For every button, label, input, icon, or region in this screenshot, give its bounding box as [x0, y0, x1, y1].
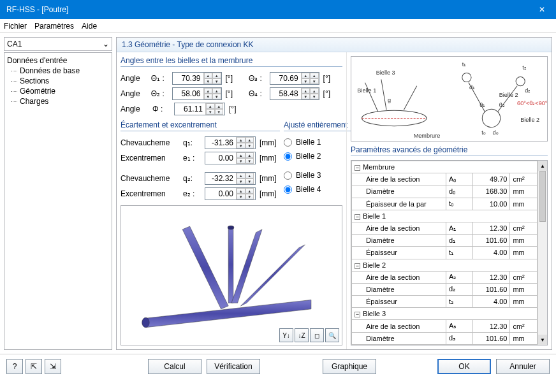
advparams-table-wrap: −MembrureAire de la sectionA₀49.70cm²Dia…: [351, 160, 548, 345]
input-theta3-field[interactable]: [270, 74, 301, 83]
table-row: Diamètred₀168.30mm: [352, 185, 538, 198]
tree-item-base[interactable]: Données de base: [6, 66, 110, 76]
scroll-up-icon[interactable]: ▲: [538, 161, 547, 171]
ok-button[interactable]: OK: [437, 359, 491, 374]
group-gap: Écartement et excentrement Chevaucheme q…: [121, 120, 280, 201]
sym-theta3: Θ₃ :: [249, 74, 266, 83]
advparams-title: Paramètres avancés de géométrie: [351, 145, 548, 156]
calc-button[interactable]: Calcul: [148, 359, 201, 374]
svg-line-5: [404, 86, 416, 110]
svg-text:θ₁: θ₁: [479, 102, 485, 108]
unit-mm: [mm]: [260, 138, 280, 147]
case-combo[interactable]: CA1 ⌄: [4, 37, 112, 51]
viz-btn-zoom[interactable]: 🔍: [325, 328, 339, 342]
scroll-thumb[interactable]: [539, 171, 546, 222]
input-q2-field[interactable]: [205, 174, 236, 183]
table-row: Diamètred₁101.60mm: [352, 235, 538, 247]
nav-tree: Données d'entrée Données de base Section…: [4, 52, 112, 350]
table-row: Aire de la sectionA₀49.70cm²: [352, 173, 538, 185]
menu-file[interactable]: Fichier: [4, 22, 27, 31]
input-theta1-field[interactable]: [173, 74, 203, 83]
svg-text:d₁: d₁: [469, 84, 475, 91]
radio-bielle4[interactable]: [284, 185, 292, 194]
input-e1-field[interactable]: [205, 154, 236, 163]
input-q1[interactable]: ▲▼▲▼: [205, 136, 256, 149]
radio-bielle3[interactable]: [284, 171, 292, 180]
radio-bielle2-label: Bielle 2: [296, 152, 321, 161]
input-theta3[interactable]: ▲▼▲▼: [270, 72, 319, 85]
svg-text:Membrure: Membrure: [414, 133, 441, 139]
input-e2-field[interactable]: [205, 189, 236, 198]
prev-button[interactable]: ⇱: [26, 359, 42, 374]
scrollbar[interactable]: ▲ ▼: [538, 161, 547, 345]
scroll-down-icon[interactable]: ▼: [538, 335, 547, 345]
input-theta4[interactable]: ▲▼▲▼: [270, 87, 319, 100]
viz-btn-z[interactable]: ↓Z: [295, 328, 309, 342]
close-button[interactable]: ✕: [527, 0, 556, 19]
next-button[interactable]: ⇲: [45, 359, 61, 374]
sym-theta2: Θ₂ :: [151, 89, 168, 98]
label-angle: Angle: [121, 74, 147, 83]
viz-btn-y[interactable]: Y↓: [279, 328, 293, 342]
sym-phi: Φ :: [152, 105, 170, 113]
table-row: Épaisseur de la part₀10.00mm: [352, 198, 538, 210]
svg-text:t₀: t₀: [481, 129, 486, 136]
input-theta2-field[interactable]: [173, 89, 203, 98]
graph-button[interactable]: Graphique: [323, 359, 376, 374]
svg-text:θ₂: θ₂: [499, 102, 505, 108]
label-e2: Excentremen: [121, 189, 179, 198]
sym-q1: q₁:: [183, 138, 201, 147]
input-phi-field[interactable]: [175, 105, 205, 113]
radio-bielle1[interactable]: [284, 138, 292, 147]
group-angles: Angles entre les bielles et la membrure …: [121, 56, 342, 117]
svg-point-1: [228, 226, 234, 229]
menu-params[interactable]: Paramètres: [34, 22, 74, 31]
unit-deg: [°]: [226, 74, 245, 83]
table-row: Aire de la sectionA₁12.30cm²: [352, 222, 538, 234]
input-e2[interactable]: ▲▼▲▼: [205, 187, 256, 200]
input-theta4-field[interactable]: [270, 89, 301, 98]
combo-value: CA1: [7, 40, 22, 48]
svg-text:t₁: t₁: [462, 61, 467, 68]
verif-button[interactable]: Vérification: [207, 359, 260, 374]
svg-text:Bielle 2: Bielle 2: [499, 92, 518, 98]
table-row: −Bielle 2: [352, 259, 538, 271]
viz-3d[interactable]: Y↓ ↓Z ◻ 🔍: [121, 205, 342, 345]
tree-item-loads[interactable]: Charges: [6, 96, 110, 106]
radio-bielle1-label: Bielle 1: [296, 138, 321, 147]
radio-bielle4-label: Bielle 4: [296, 185, 321, 194]
tree-item-sections[interactable]: Sections: [6, 76, 110, 86]
input-theta2[interactable]: ▲▼▲▼: [172, 87, 222, 100]
label-angle: Angle: [121, 105, 149, 113]
table-row: −Bielle 3: [352, 308, 538, 320]
table-row: Diamètred₃101.60mm: [352, 332, 538, 344]
cancel-button[interactable]: Annuler: [496, 359, 550, 374]
svg-text:d₂: d₂: [525, 87, 530, 94]
input-e1[interactable]: ▲▼▲▼: [205, 152, 256, 164]
viz-svg: [121, 206, 342, 345]
menu-help[interactable]: Aide: [82, 22, 97, 31]
close-icon: ✕: [539, 5, 545, 14]
svg-text:Bielle 3: Bielle 3: [376, 69, 395, 76]
titlebar: RF-HSS - [Poutre] ✕: [0, 0, 556, 19]
svg-text:Bielle 1: Bielle 1: [357, 87, 376, 94]
input-q1-field[interactable]: [205, 138, 236, 147]
svg-text:t₂: t₂: [522, 64, 527, 71]
input-q2[interactable]: ▲▼▲▼: [205, 172, 256, 185]
table-row: Épaisseurt₁4.00mm: [352, 247, 538, 259]
viz-btn-iso[interactable]: ◻: [310, 328, 324, 342]
tree-root[interactable]: Données d'entrée: [6, 55, 110, 66]
tree-item-geometry[interactable]: Géométrie: [6, 86, 110, 96]
help-button[interactable]: ?: [6, 359, 23, 374]
table-row: Épaisseurt₂4.00mm: [352, 296, 538, 308]
table-row: Diamètred₂101.60mm: [352, 283, 538, 295]
label-q2: Chevaucheme: [121, 174, 179, 183]
group-gap-title: Écartement et excentrement: [121, 120, 280, 131]
svg-text:d₀: d₀: [493, 129, 499, 136]
svg-point-0: [142, 317, 150, 327]
unit-deg: [°]: [226, 89, 245, 98]
input-phi[interactable]: ▲▼▲▼: [174, 103, 225, 115]
radio-bielle2[interactable]: [284, 152, 292, 161]
input-theta1[interactable]: ▲▼▲▼: [172, 72, 222, 85]
table-row: −Bielle 1: [352, 210, 538, 222]
